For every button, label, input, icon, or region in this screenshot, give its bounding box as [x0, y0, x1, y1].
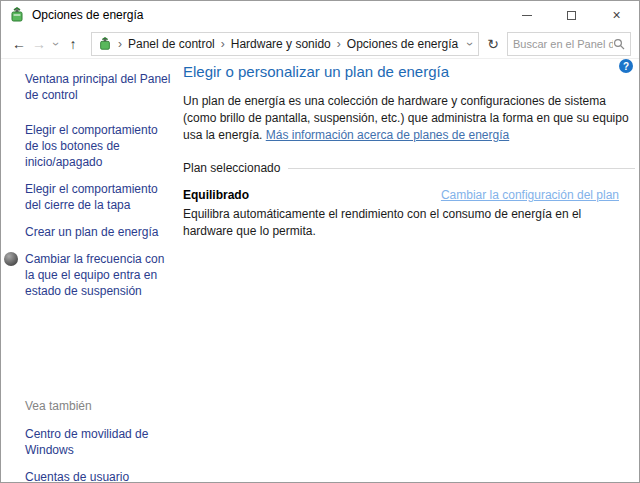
see-also-header: Vea también — [25, 399, 175, 413]
up-button[interactable]: ↑ — [63, 32, 83, 56]
back-button[interactable]: ← — [9, 32, 29, 56]
search-input[interactable] — [513, 38, 613, 50]
sidebar-item-user-accounts[interactable]: Cuentas de usuario — [25, 469, 175, 483]
breadcrumb-separator-icon: › — [337, 37, 341, 51]
maximize-icon — [567, 11, 576, 20]
sidebar-item-create-plan[interactable]: Crear un plan de energía — [25, 224, 171, 240]
sidebar-item-control-panel-home[interactable]: Ventana principal del Panel de control — [25, 71, 171, 103]
sidebar-item-sleep-settings[interactable]: Cambiar la frecuencia con la que el equi… — [25, 251, 171, 299]
plan-name: Equilibrado — [183, 188, 249, 202]
window-title: Opciones de energía — [32, 8, 143, 22]
navigation-toolbar: ← → › ↑ › Panel de control › Hardware y … — [1, 29, 639, 59]
breadcrumb-hardware-sound[interactable]: Hardware y sonido — [231, 37, 331, 51]
minimize-button[interactable] — [504, 1, 549, 29]
chevron-down-icon: › — [463, 42, 477, 46]
selected-plan-section: Plan seleccionado — [183, 161, 635, 175]
learn-more-link[interactable]: Más información acerca de planes de ener… — [266, 128, 509, 142]
tasks-sidebar: Ventana principal del Panel de control E… — [1, 59, 181, 310]
refresh-button[interactable]: ↻ — [479, 32, 507, 56]
plan-description: Equilibra automáticamente el rendimiento… — [183, 206, 625, 240]
plan-row: Equilibrado Cambiar la configuración del… — [183, 188, 635, 202]
titlebar: Opciones de energía × — [1, 1, 639, 29]
page-title: Elegir o personalizar un plan de energía — [183, 63, 635, 80]
window-controls: × — [504, 1, 639, 29]
breadcrumb-separator-icon: › — [118, 37, 122, 51]
power-meter-icon — [4, 252, 18, 266]
forward-button[interactable]: → — [29, 32, 49, 56]
main-content: Elegir o personalizar un plan de energía… — [183, 63, 635, 240]
see-also-section: Vea también Centro de movilidad de Windo… — [25, 399, 175, 483]
breadcrumb-separator-icon: › — [221, 37, 225, 51]
intro-paragraph: Un plan de energía es una colección de h… — [183, 93, 635, 144]
address-bar[interactable]: › Panel de control › Hardware y sonido ›… — [91, 32, 479, 56]
breadcrumb-power-options[interactable]: Opciones de energía — [347, 37, 458, 51]
power-options-icon-small — [98, 37, 112, 51]
address-dropdown-button[interactable]: › — [468, 37, 472, 51]
sidebar-item-mobility-center[interactable]: Centro de movilidad de Windows — [25, 426, 175, 458]
search-icon[interactable] — [613, 38, 625, 50]
chevron-down-icon: › — [49, 42, 63, 46]
sidebar-item-power-buttons[interactable]: Elegir el comportamiento de los botones … — [25, 122, 171, 170]
change-plan-settings-link[interactable]: Cambiar la configuración del plan — [441, 188, 619, 202]
breadcrumb-control-panel[interactable]: Panel de control — [128, 37, 215, 51]
maximize-button[interactable] — [549, 1, 594, 29]
section-divider — [288, 168, 635, 169]
close-icon: × — [612, 8, 620, 22]
sidebar-item-lid-close[interactable]: Elegir el comportamiento del cierre de l… — [25, 181, 171, 213]
sidebar-item-label: Cambiar la frecuencia con la que el equi… — [25, 252, 164, 298]
selected-plan-label: Plan seleccionado — [183, 161, 280, 175]
power-options-window: Opciones de energía × ← → › ↑ › Panel de… — [0, 0, 640, 483]
recent-pages-dropdown[interactable]: › — [49, 32, 63, 56]
close-button[interactable]: × — [594, 1, 639, 29]
search-box[interactable] — [507, 32, 631, 56]
minimize-icon — [522, 15, 532, 16]
power-options-icon — [9, 7, 25, 23]
